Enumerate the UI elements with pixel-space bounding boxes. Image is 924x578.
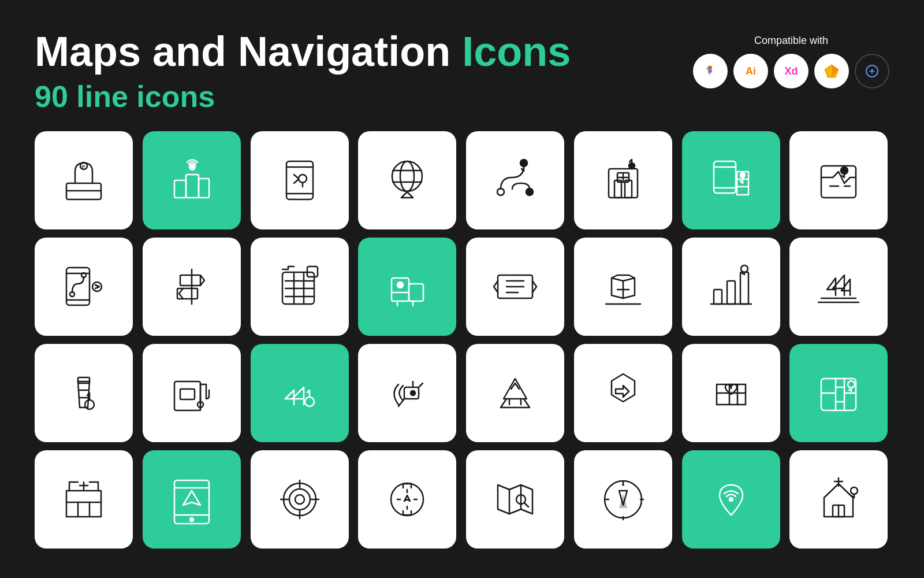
- icon-forest-mountain: [466, 344, 564, 442]
- sketch-icon: [814, 54, 849, 88]
- svg-rect-57: [409, 284, 423, 301]
- icon-nature-scene: [789, 238, 888, 336]
- svg-rect-8: [186, 175, 199, 198]
- svg-rect-67: [740, 272, 748, 304]
- svg-rect-48: [177, 288, 198, 299]
- svg-point-108: [729, 498, 733, 501]
- icon-route: [466, 131, 564, 229]
- svg-point-39: [841, 167, 848, 174]
- svg-rect-76: [174, 381, 200, 410]
- svg-point-17: [392, 161, 422, 191]
- illustrator-icon: Ai: [733, 54, 768, 88]
- icon-hospital: [574, 131, 672, 229]
- svg-rect-28: [614, 180, 621, 198]
- icon-hex-arrows: [574, 344, 672, 442]
- title-accent: Icons: [462, 28, 571, 75]
- svg-point-86: [848, 381, 855, 388]
- icon-crosshair: [251, 450, 349, 549]
- icon-heart-map: [682, 344, 780, 442]
- icon-phone-navigation-green: [143, 450, 241, 549]
- icon-chart-location: [682, 238, 780, 336]
- icon-satellite: [358, 344, 456, 442]
- icon-broken-map: [789, 131, 888, 229]
- svg-point-25: [520, 160, 527, 166]
- svg-point-93: [289, 489, 310, 510]
- icon-parking-map: P: [35, 131, 133, 229]
- icon-grid: P: [35, 131, 889, 549]
- icon-lighthouse: [35, 344, 133, 442]
- svg-point-16: [299, 175, 307, 183]
- svg-point-82: [411, 391, 415, 395]
- icon-pin-ground: [574, 238, 672, 336]
- svg-point-94: [295, 495, 304, 504]
- svg-point-80: [305, 397, 314, 406]
- svg-rect-83: [821, 379, 856, 410]
- svg-line-21: [401, 192, 407, 198]
- svg-rect-66: [727, 281, 735, 304]
- icon-location-cross: [251, 238, 349, 336]
- svg-point-75: [85, 400, 94, 409]
- svg-rect-47: [180, 275, 200, 286]
- title-white: Maps and Navigation: [35, 28, 450, 75]
- icon-gas-station: [143, 344, 241, 442]
- svg-point-91: [190, 518, 193, 521]
- svg-line-22: [407, 192, 413, 198]
- svg-rect-77: [180, 389, 195, 399]
- svg-point-26: [526, 188, 533, 195]
- svg-point-12: [191, 166, 193, 169]
- svg-rect-9: [174, 180, 186, 198]
- svg-line-105: [524, 503, 528, 507]
- compatible-icons: Ai Xd: [693, 54, 889, 88]
- icon-map-pin-green: [358, 238, 456, 336]
- icon-direction-sign: [143, 238, 241, 336]
- svg-rect-72: [78, 377, 90, 383]
- icon-map-search: [466, 450, 564, 549]
- icon-mobile-route: [35, 238, 133, 336]
- icon-forest-location-green: [251, 344, 349, 442]
- svg-point-45: [92, 282, 102, 291]
- icon-wifi-pin-green: [682, 450, 780, 549]
- compatible-label: Compatible with: [754, 35, 828, 47]
- svg-point-113: [851, 487, 858, 494]
- figma-icon: [693, 54, 728, 88]
- subtitle-number: 90: [35, 80, 68, 113]
- compatible-section: Compatible with Ai Xd: [693, 35, 889, 88]
- svg-rect-65: [714, 290, 722, 304]
- svg-point-58: [397, 282, 403, 288]
- icon-smart-city: [143, 131, 241, 229]
- icon-phone-map-green: [682, 131, 780, 229]
- icon-mobile-map: [251, 131, 349, 229]
- svg-point-18: [400, 161, 414, 191]
- icon-church-map: [35, 450, 133, 549]
- svg-rect-29: [625, 180, 632, 198]
- svg-point-33: [629, 163, 635, 169]
- icon-road-map-green: [789, 344, 888, 442]
- icon-globe: [358, 131, 456, 229]
- svg-point-44: [70, 292, 74, 297]
- subtitle-rest: line icons: [76, 80, 215, 113]
- icon-compass-watch: [358, 450, 456, 549]
- svg-point-68: [741, 265, 748, 272]
- svg-rect-10: [199, 179, 209, 198]
- svg-text:N: N: [622, 483, 624, 487]
- craft-icon: [855, 54, 889, 88]
- svg-rect-38: [821, 166, 856, 198]
- icon-direction-board: [466, 238, 564, 336]
- xd-icon: Xd: [774, 54, 808, 88]
- svg-text:P: P: [82, 164, 85, 169]
- icon-church-pin: [789, 450, 888, 549]
- icon-compass-circle: N: [574, 450, 672, 549]
- svg-point-43: [81, 273, 86, 277]
